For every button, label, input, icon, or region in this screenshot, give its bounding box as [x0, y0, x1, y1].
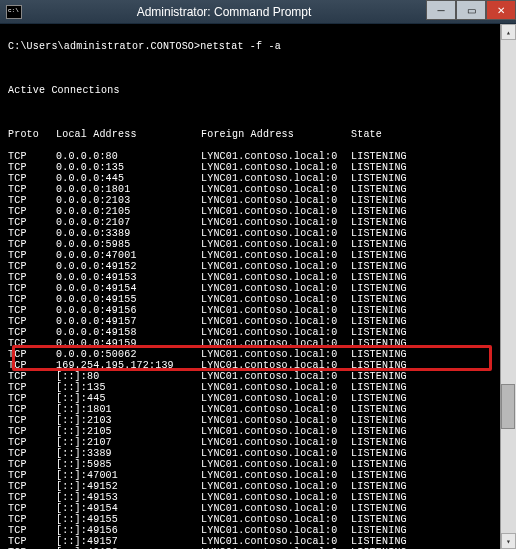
cell-local: [::]:2105: [56, 426, 201, 437]
cell-state: LISTENING: [351, 184, 407, 195]
cell-proto: TCP: [8, 470, 56, 481]
connection-row: TCP0.0.0.0:49155LYNC01.contoso.local:0LI…: [8, 294, 508, 305]
maximize-button[interactable]: ▭: [456, 0, 486, 20]
cell-foreign: LYNC01.contoso.local:0: [201, 349, 351, 360]
cell-foreign: LYNC01.contoso.local:0: [201, 261, 351, 272]
cell-local: [::]:47001: [56, 470, 201, 481]
cell-state: LISTENING: [351, 338, 407, 349]
cell-state: LISTENING: [351, 514, 407, 525]
header-foreign: Foreign Address: [201, 129, 351, 140]
cell-foreign: LYNC01.contoso.local:0: [201, 371, 351, 382]
cell-local: [::]:5985: [56, 459, 201, 470]
connection-row: TCP[::]:49152LYNC01.contoso.local:0LISTE…: [8, 481, 508, 492]
connection-row: TCP0.0.0.0:2105LYNC01.contoso.local:0LIS…: [8, 206, 508, 217]
cell-local: 0.0.0.0:49156: [56, 305, 201, 316]
connection-row: TCP[::]:135LYNC01.contoso.local:0LISTENI…: [8, 382, 508, 393]
cell-local: 0.0.0.0:3389: [56, 228, 201, 239]
header-proto: Proto: [8, 129, 56, 140]
connection-row: TCP0.0.0.0:49158LYNC01.contoso.local:0LI…: [8, 327, 508, 338]
connection-row: TCP[::]:80LYNC01.contoso.local:0LISTENIN…: [8, 371, 508, 382]
cell-foreign: LYNC01.contoso.local:0: [201, 426, 351, 437]
cell-proto: TCP: [8, 415, 56, 426]
cell-foreign: LYNC01.contoso.local:0: [201, 437, 351, 448]
cell-proto: TCP: [8, 294, 56, 305]
header-local: Local Address: [56, 129, 201, 140]
cell-foreign: LYNC01.contoso.local:0: [201, 272, 351, 283]
cell-proto: TCP: [8, 206, 56, 217]
cell-state: LISTENING: [351, 393, 407, 404]
close-button[interactable]: ✕: [486, 0, 516, 20]
cell-local: 0.0.0.0:2105: [56, 206, 201, 217]
connection-row: TCP[::]:49155LYNC01.contoso.local:0LISTE…: [8, 514, 508, 525]
cell-local: 0.0.0.0:49152: [56, 261, 201, 272]
cell-proto: TCP: [8, 195, 56, 206]
cell-foreign: LYNC01.contoso.local:0: [201, 206, 351, 217]
cell-local: [::]:1801: [56, 404, 201, 415]
cell-state: LISTENING: [351, 272, 407, 283]
cell-local: 0.0.0.0:49158: [56, 327, 201, 338]
connection-row: TCP[::]:2103LYNC01.contoso.local:0LISTEN…: [8, 415, 508, 426]
connection-row: TCP[::]:49153LYNC01.contoso.local:0LISTE…: [8, 492, 508, 503]
scroll-thumb[interactable]: [501, 384, 515, 429]
cell-local: 0.0.0.0:80: [56, 151, 201, 162]
window-titlebar: Administrator: Command Prompt ─ ▭ ✕: [0, 0, 516, 24]
terminal-output[interactable]: C:\Users\administrator.CONTOSO>netstat -…: [0, 24, 516, 549]
cell-proto: TCP: [8, 151, 56, 162]
connection-row: TCP0.0.0.0:135LYNC01.contoso.local:0LIST…: [8, 162, 508, 173]
cell-local: 0.0.0.0:49159: [56, 338, 201, 349]
cell-state: LISTENING: [351, 327, 407, 338]
cell-foreign: LYNC01.contoso.local:0: [201, 514, 351, 525]
connection-row: TCP0.0.0.0:3389LYNC01.contoso.local:0LIS…: [8, 228, 508, 239]
vertical-scrollbar[interactable]: ▴ ▾: [500, 24, 516, 549]
cell-proto: TCP: [8, 437, 56, 448]
cell-local: [::]:49155: [56, 514, 201, 525]
cell-proto: TCP: [8, 283, 56, 294]
cell-state: LISTENING: [351, 195, 407, 206]
cell-foreign: LYNC01.contoso.local:0: [201, 228, 351, 239]
cell-proto: TCP: [8, 338, 56, 349]
connection-row: TCP[::]:49157LYNC01.contoso.local:0LISTE…: [8, 536, 508, 547]
connection-row: TCP0.0.0.0:49154LYNC01.contoso.local:0LI…: [8, 283, 508, 294]
cell-foreign: LYNC01.contoso.local:0: [201, 239, 351, 250]
cell-foreign: LYNC01.contoso.local:0: [201, 525, 351, 536]
cell-proto: TCP: [8, 250, 56, 261]
cell-proto: TCP: [8, 349, 56, 360]
header-state: State: [351, 129, 382, 140]
minimize-button[interactable]: ─: [426, 0, 456, 20]
connection-row: TCP[::]:1801LYNC01.contoso.local:0LISTEN…: [8, 404, 508, 415]
cell-local: 0.0.0.0:2107: [56, 217, 201, 228]
cell-state: LISTENING: [351, 228, 407, 239]
connection-row: TCP169.254.195.172:139LYNC01.contoso.loc…: [8, 360, 508, 371]
cell-local: 0.0.0.0:47001: [56, 250, 201, 261]
cell-local: 0.0.0.0:445: [56, 173, 201, 184]
connection-row: TCP[::]:445LYNC01.contoso.local:0LISTENI…: [8, 393, 508, 404]
cell-proto: TCP: [8, 382, 56, 393]
scroll-up-arrow[interactable]: ▴: [501, 24, 516, 40]
cell-state: LISTENING: [351, 503, 407, 514]
cell-proto: TCP: [8, 459, 56, 470]
scroll-down-arrow[interactable]: ▾: [501, 533, 516, 549]
cell-local: [::]:3389: [56, 448, 201, 459]
cell-foreign: LYNC01.contoso.local:0: [201, 470, 351, 481]
window-controls: ─ ▭ ✕: [426, 0, 516, 23]
cell-foreign: LYNC01.contoso.local:0: [201, 305, 351, 316]
cell-proto: TCP: [8, 239, 56, 250]
cell-proto: TCP: [8, 514, 56, 525]
connection-row: TCP0.0.0.0:445LYNC01.contoso.local:0LIST…: [8, 173, 508, 184]
connection-row: TCP[::]:49156LYNC01.contoso.local:0LISTE…: [8, 525, 508, 536]
cell-local: 0.0.0.0:49153: [56, 272, 201, 283]
cell-proto: TCP: [8, 525, 56, 536]
connection-row: TCP0.0.0.0:49157LYNC01.contoso.local:0LI…: [8, 316, 508, 327]
cell-proto: TCP: [8, 272, 56, 283]
cell-proto: TCP: [8, 173, 56, 184]
cell-local: [::]:49154: [56, 503, 201, 514]
connection-rows: TCP0.0.0.0:80LYNC01.contoso.local:0LISTE…: [8, 151, 508, 549]
cell-state: LISTENING: [351, 206, 407, 217]
cell-proto: TCP: [8, 327, 56, 338]
cell-proto: TCP: [8, 393, 56, 404]
cell-local: 169.254.195.172:139: [56, 360, 201, 371]
cell-proto: TCP: [8, 492, 56, 503]
cell-local: [::]:49153: [56, 492, 201, 503]
cell-state: LISTENING: [351, 536, 407, 547]
connection-row: TCP0.0.0.0:2107LYNC01.contoso.local:0LIS…: [8, 217, 508, 228]
